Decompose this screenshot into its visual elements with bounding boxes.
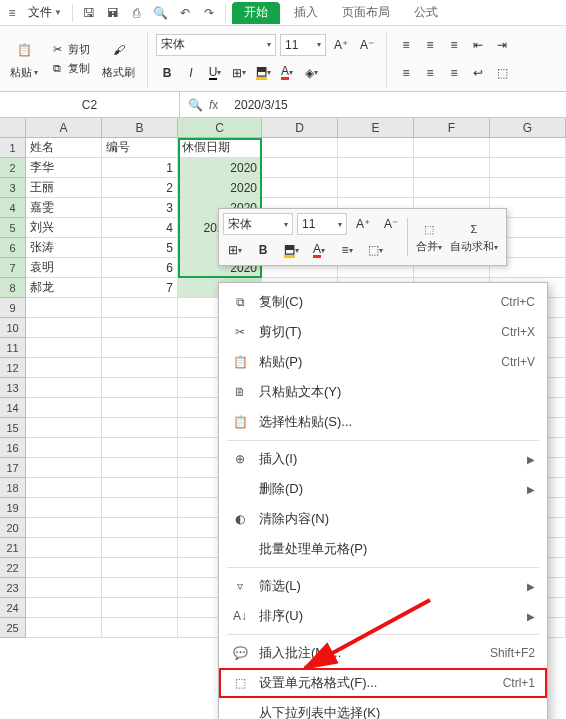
row-header[interactable]: 17 — [0, 458, 26, 478]
tab-start[interactable]: 开始 — [232, 2, 280, 24]
cell[interactable] — [102, 398, 178, 418]
cm-insert[interactable]: ⊕ 插入(I) ▶ — [219, 444, 547, 474]
mini-merge-button[interactable]: ⬚ 合并▾ — [412, 220, 446, 254]
cell[interactable] — [262, 178, 338, 198]
cm-comment[interactable]: 💬 插入批注(M)... Shift+F2 — [219, 638, 547, 668]
cell[interactable]: 编号 — [102, 138, 178, 158]
cm-paste-text[interactable]: 🗎 只粘贴文本(Y) — [219, 377, 547, 407]
row-header[interactable]: 9 — [0, 298, 26, 318]
tab-layout[interactable]: 页面布局 — [332, 0, 400, 26]
row-header[interactable]: 1 — [0, 138, 26, 158]
cell[interactable] — [102, 618, 178, 638]
cm-sort[interactable]: A↓ 排序(U) ▶ — [219, 601, 547, 631]
name-box[interactable]: C2 — [0, 92, 180, 117]
align-middle-button[interactable]: ≡ — [419, 34, 441, 56]
cm-dropdown-select[interactable]: 从下拉列表中选择(K) — [219, 698, 547, 719]
cell[interactable]: 2020 — [178, 178, 262, 198]
cut-button[interactable]: ✂剪切 — [48, 41, 92, 58]
mini-font-color-button[interactable]: A▾ — [307, 239, 331, 261]
cell[interactable] — [490, 138, 566, 158]
cell[interactable] — [102, 578, 178, 598]
mini-format-button[interactable]: ⬚▾ — [363, 239, 387, 261]
row-header[interactable]: 7 — [0, 258, 26, 278]
cell[interactable]: 李华 — [26, 158, 102, 178]
cell[interactable]: 郝龙 — [26, 278, 102, 298]
row-header[interactable]: 22 — [0, 558, 26, 578]
row-header[interactable]: 23 — [0, 578, 26, 598]
cell[interactable] — [338, 138, 414, 158]
col-header-C[interactable]: C — [178, 118, 262, 138]
cm-cut[interactable]: ✂ 剪切(T) Ctrl+X — [219, 317, 547, 347]
align-bottom-button[interactable]: ≡ — [443, 34, 465, 56]
cell[interactable] — [26, 478, 102, 498]
merge-button[interactable]: ⬚ — [491, 62, 513, 84]
save-as-icon[interactable]: 🖬 — [103, 3, 123, 23]
print-preview-icon[interactable]: 🔍 — [151, 3, 171, 23]
row-header[interactable]: 24 — [0, 598, 26, 618]
cm-paste[interactable]: 📋 粘贴(P) Ctrl+V — [219, 347, 547, 377]
cell[interactable] — [102, 478, 178, 498]
cell[interactable] — [338, 158, 414, 178]
cell[interactable] — [490, 178, 566, 198]
cell[interactable] — [102, 318, 178, 338]
col-header-A[interactable]: A — [26, 118, 102, 138]
row-header[interactable]: 18 — [0, 478, 26, 498]
cell[interactable] — [102, 498, 178, 518]
col-header-B[interactable]: B — [102, 118, 178, 138]
cell[interactable] — [26, 618, 102, 638]
col-header-D[interactable]: D — [262, 118, 338, 138]
cell[interactable] — [102, 438, 178, 458]
mini-font-select[interactable]: 宋体▾ — [223, 213, 293, 235]
italic-button[interactable]: I — [180, 62, 202, 84]
row-header[interactable]: 12 — [0, 358, 26, 378]
cell[interactable] — [102, 558, 178, 578]
mini-fill-button[interactable]: ⬒▾ — [279, 239, 303, 261]
cell[interactable]: 2020 — [178, 158, 262, 178]
select-all-corner[interactable] — [0, 118, 26, 138]
row-header[interactable]: 14 — [0, 398, 26, 418]
decrease-font-button[interactable]: A⁻ — [356, 34, 378, 56]
cm-clear[interactable]: ◐ 清除内容(N) — [219, 504, 547, 534]
cell[interactable] — [102, 378, 178, 398]
cell[interactable] — [414, 138, 490, 158]
cell[interactable] — [26, 458, 102, 478]
align-left-button[interactable]: ≡ — [395, 62, 417, 84]
cell[interactable] — [26, 538, 102, 558]
mini-align-button[interactable]: ≡▾ — [335, 239, 359, 261]
cm-format-cells[interactable]: ⬚ 设置单元格格式(F)... Ctrl+1 — [219, 668, 547, 698]
row-header[interactable]: 4 — [0, 198, 26, 218]
tab-formula[interactable]: 公式 — [404, 0, 448, 26]
cm-batch[interactable]: 批量处理单元格(P) — [219, 534, 547, 564]
cell[interactable] — [262, 138, 338, 158]
row-header[interactable]: 6 — [0, 238, 26, 258]
align-center-button[interactable]: ≡ — [419, 62, 441, 84]
cell[interactable] — [490, 158, 566, 178]
cell[interactable]: 张涛 — [26, 238, 102, 258]
row-header[interactable]: 8 — [0, 278, 26, 298]
row-header[interactable]: 16 — [0, 438, 26, 458]
col-header-G[interactable]: G — [490, 118, 566, 138]
increase-font-button[interactable]: A⁺ — [330, 34, 352, 56]
cell[interactable]: 袁明 — [26, 258, 102, 278]
font-name-select[interactable]: 宋体▾ — [156, 34, 276, 56]
row-header[interactable]: 11 — [0, 338, 26, 358]
cm-paste-special[interactable]: 📋 选择性粘贴(S)... — [219, 407, 547, 437]
save-icon[interactable]: 🖫 — [79, 3, 99, 23]
cell[interactable]: 4 — [102, 218, 178, 238]
cell[interactable]: 嘉雯 — [26, 198, 102, 218]
indent-decrease-button[interactable]: ⇤ — [467, 34, 489, 56]
col-header-F[interactable]: F — [414, 118, 490, 138]
cell[interactable] — [102, 298, 178, 318]
cell[interactable]: 休假日期 — [178, 138, 262, 158]
cell[interactable] — [26, 318, 102, 338]
row-header[interactable]: 10 — [0, 318, 26, 338]
cell[interactable]: 王丽 — [26, 178, 102, 198]
row-header[interactable]: 25 — [0, 618, 26, 638]
cell[interactable] — [262, 158, 338, 178]
redo-icon[interactable]: ↷ — [199, 3, 219, 23]
paste-button[interactable]: 📋 粘贴▾ — [6, 35, 42, 82]
cm-filter[interactable]: ▿ 筛选(L) ▶ — [219, 571, 547, 601]
font-color-button[interactable]: A▾ — [276, 62, 298, 84]
row-header[interactable]: 2 — [0, 158, 26, 178]
cell[interactable] — [102, 538, 178, 558]
